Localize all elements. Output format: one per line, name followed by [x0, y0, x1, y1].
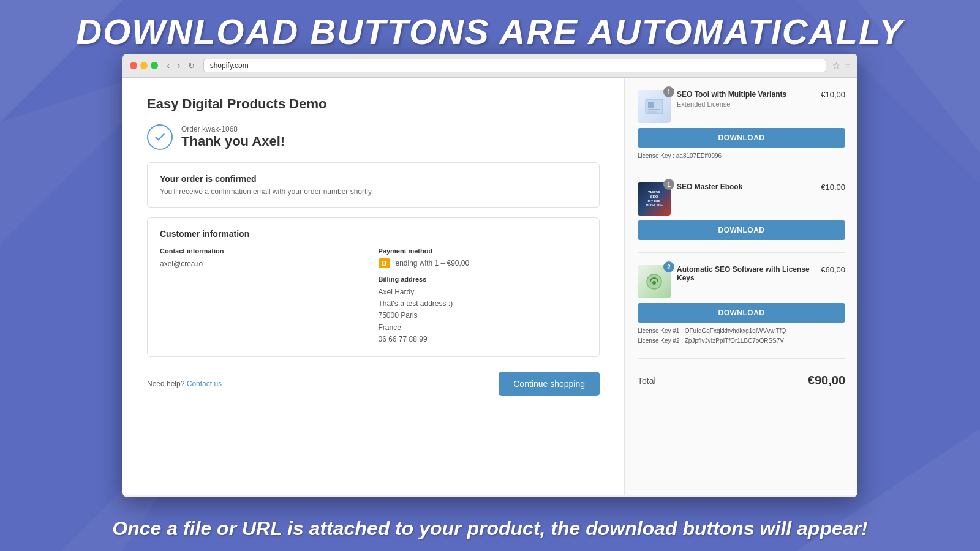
order-number: Order kwak-1068 — [181, 125, 285, 133]
customer-title: Customer information — [160, 229, 587, 239]
browser-chrome: ‹ › ↻ shopify.com ☆ ≡ — [123, 54, 858, 78]
payment-detail: ending with 1 – €90,00 — [395, 259, 469, 268]
item-left: THESESEOMYTHSMUST DIE 1 SEO Master Ebook — [638, 182, 742, 216]
order-header: Order kwak-1068 Thank you Axel! — [147, 124, 600, 150]
continue-shopping-button[interactable]: Continue shopping — [499, 372, 600, 396]
contact-label: Contact information — [160, 247, 369, 255]
item-price: €60,00 — [821, 265, 845, 274]
left-panel: Easy Digital Products Demo Order kwak-10… — [123, 78, 625, 495]
total-row: Total €90,00 — [638, 367, 845, 388]
item-thumb-wrapper: 1 — [638, 90, 671, 123]
item-price: €10,00 — [821, 90, 845, 99]
contact-link[interactable]: Contact us — [187, 380, 222, 388]
order-info: Order kwak-1068 Thank you Axel! — [181, 125, 285, 149]
item-divider — [638, 252, 845, 253]
license-keys: License Key #1 : OFuIdGqFxqkkhyhdkxg1qiW… — [638, 326, 845, 346]
address-bar[interactable]: shopify.com — [203, 59, 826, 72]
payment-section: Payment method B ending with 1 – €90,00 … — [379, 247, 587, 345]
total-divider — [638, 358, 845, 359]
browser-content: Easy Digital Products Demo Order kwak-10… — [123, 78, 858, 495]
order-item-3: 2 Automatic SEO Software with License Ke… — [638, 265, 845, 346]
traffic-lights — [130, 62, 158, 69]
item-name: SEO Master Ebook — [677, 182, 742, 191]
item-thumb-wrapper: THESESEOMYTHSMUST DIE 1 — [638, 182, 671, 216]
item-header: 2 Automatic SEO Software with License Ke… — [638, 265, 845, 298]
confirmed-desc: You'll receive a confirmation email with… — [160, 187, 587, 196]
download-button[interactable]: DOWNLOAD — [638, 220, 845, 240]
item-quantity-badge: 1 — [663, 179, 674, 190]
thank-you-text: Thank you Axel! — [181, 133, 285, 149]
order-item-1: 1 SEO Tool with Multiple Variants Extend… — [638, 90, 845, 170]
tl-minimize[interactable] — [140, 62, 148, 69]
license-key: License Key : aa8107EEff0996 — [638, 151, 845, 161]
checkmark-circle — [147, 124, 173, 150]
item-details: SEO Master Ebook — [677, 182, 742, 193]
license-key: License Key #2 : ZpJpfIvJvIzPpITfOr1LBC7… — [638, 336, 845, 346]
bookmark-icon: ☆ — [832, 61, 840, 70]
item-price: €10,00 — [821, 182, 845, 192]
contact-email: axel@crea.io — [160, 258, 369, 269]
payment-label: Payment method — [379, 247, 587, 255]
menu-icon: ≡ — [845, 61, 850, 70]
total-amount: €90,00 — [808, 373, 845, 388]
refresh-button[interactable]: ↻ — [186, 60, 197, 72]
billing-label: Billing address — [379, 276, 587, 283]
item-name: Automatic SEO Software with License Keys — [677, 265, 821, 282]
browser-window: ‹ › ↻ shopify.com ☆ ≡ Easy Digital Produ… — [123, 54, 858, 497]
billing-postal: 75000 Paris — [379, 311, 418, 320]
confirmed-title: Your order is confirmed — [160, 174, 587, 184]
download-button[interactable]: DOWNLOAD — [638, 128, 845, 148]
item-details: Automatic SEO Software with License Keys — [677, 265, 821, 284]
nav-buttons: ‹ › ↻ — [164, 59, 197, 72]
item-quantity-badge: 1 — [663, 86, 674, 97]
bottom-caption: Once a file or URL is attached to your p… — [0, 506, 980, 551]
billing-country: France — [379, 323, 401, 332]
caption-text: Once a file or URL is attached to your p… — [24, 517, 956, 540]
svg-rect-9 — [648, 109, 660, 110]
order-item-2: THESESEOMYTHSMUST DIE 1 SEO Master Ebook… — [638, 182, 845, 253]
right-panel: 1 SEO Tool with Multiple Variants Extend… — [625, 78, 858, 495]
item-divider — [638, 170, 845, 170]
billing-name: Axel Hardy — [379, 288, 415, 296]
item-variant: Extended License — [677, 100, 786, 108]
store-title: Easy Digital Products Demo — [147, 96, 600, 112]
browser-icons: ☆ ≡ — [832, 61, 850, 70]
total-label: Total — [638, 376, 656, 386]
tl-maximize[interactable] — [151, 62, 158, 69]
help-text: Need help? Contact us — [147, 380, 222, 388]
item-details: SEO Tool with Multiple Variants Extended… — [677, 90, 786, 108]
contact-section: Contact information axel@crea.io — [160, 247, 369, 345]
billing-phone: 06 66 77 88 99 — [379, 335, 428, 343]
billing-street: That's a test address :) — [379, 299, 453, 308]
back-button[interactable]: ‹ — [164, 59, 172, 72]
license-key: License Key #1 : OFuIdGqFxqkkhyhdkxg1qiW… — [638, 326, 845, 336]
confirmed-box: Your order is confirmed You'll receive a… — [147, 162, 600, 208]
item-left: 2 Automatic SEO Software with License Ke… — [638, 265, 821, 298]
item-header: THESESEOMYTHSMUST DIE 1 SEO Master Ebook… — [638, 182, 845, 216]
svg-rect-8 — [648, 102, 654, 108]
help-row: Need help? Contact us Continue shopping — [147, 372, 600, 396]
license-keys: License Key : aa8107EEff0996 — [638, 151, 845, 161]
payment-badge: B — [379, 258, 391, 268]
payment-method: B ending with 1 – €90,00 — [379, 258, 587, 268]
item-name: SEO Tool with Multiple Variants — [677, 90, 786, 99]
download-button[interactable]: DOWNLOAD — [638, 303, 845, 323]
item-quantity-badge: 2 — [663, 261, 674, 272]
customer-grid: Contact information axel@crea.io Payment… — [160, 247, 587, 345]
svg-rect-10 — [648, 111, 657, 113]
item-thumb-wrapper: 2 — [638, 265, 671, 298]
item-header: 1 SEO Tool with Multiple Variants Extend… — [638, 90, 845, 123]
customer-box: Customer information Contact information… — [147, 217, 600, 357]
order-items: 1 SEO Tool with Multiple Variants Extend… — [638, 90, 845, 346]
forward-button[interactable]: › — [175, 59, 183, 72]
svg-point-12 — [652, 281, 656, 285]
tl-close[interactable] — [130, 62, 137, 69]
item-left: 1 SEO Tool with Multiple Variants Extend… — [638, 90, 786, 123]
billing-address: Axel Hardy That's a test address :) 7500… — [379, 287, 587, 345]
